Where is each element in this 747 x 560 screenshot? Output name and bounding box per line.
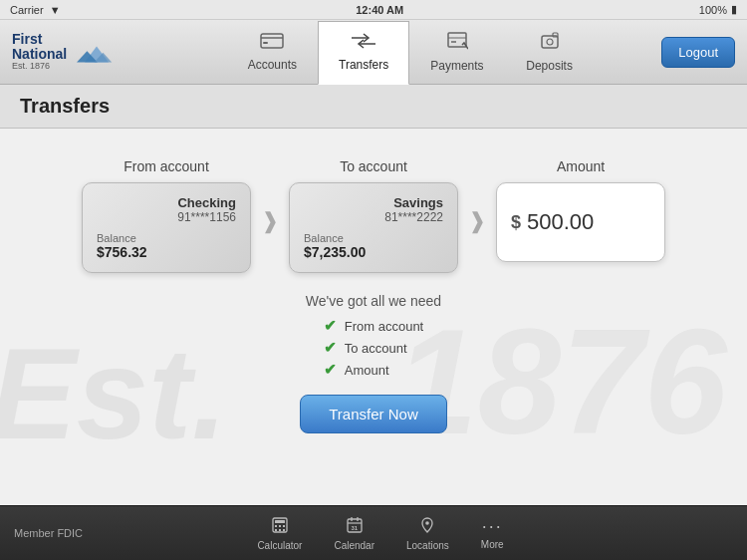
checklist: ✔ From account ✔ To account ✔ Amount — [324, 317, 423, 379]
footer-fdic-text: Member FDIC — [0, 527, 197, 539]
from-balance-label: Balance — [97, 232, 236, 244]
status-battery: 100% ▮ — [699, 3, 737, 16]
svg-rect-16 — [275, 525, 277, 527]
main-content: Est. 1876 From account Checking 91****11… — [0, 129, 747, 508]
status-bar: Carrier ▼ 12:40 AM 100% ▮ — [0, 0, 747, 20]
to-balance-value: $7,235.00 — [304, 244, 443, 260]
footer-locations-label: Locations — [406, 540, 449, 551]
svg-rect-5 — [263, 42, 268, 44]
svg-rect-17 — [279, 525, 281, 527]
svg-rect-8 — [448, 33, 466, 47]
checklist-area: We've got all we need ✔ From account ✔ T… — [30, 293, 717, 433]
tab-deposits-label: Deposits — [526, 59, 573, 73]
nav-tabs: Accounts Transfers Payments Deposits — [159, 20, 661, 84]
check-item-to: ✔ To account — [324, 339, 423, 357]
footer-tab-more[interactable]: ··· More — [465, 512, 520, 555]
footer-tab-calendar[interactable]: 31 Calendar — [318, 512, 390, 555]
tab-payments[interactable]: Payments — [409, 20, 504, 84]
checkmark-amount: ✔ — [324, 361, 337, 379]
check-item-amount: ✔ Amount — [324, 361, 423, 379]
wifi-icon: ▼ — [50, 4, 61, 16]
from-account-label: From account — [124, 158, 209, 174]
svg-point-27 — [426, 521, 430, 525]
header: First National Est. 1876 Accounts Transf… — [0, 20, 747, 85]
logo: First National Est. 1876 — [0, 32, 159, 73]
footer-more-label: More — [481, 539, 504, 550]
from-account-section: From account Checking 91****1156 Balance… — [82, 158, 251, 273]
amount-section: Amount $ 500.00 — [496, 158, 665, 262]
svg-point-12 — [547, 39, 553, 45]
to-balance-label: Balance — [304, 232, 443, 244]
more-icon: ··· — [482, 516, 503, 537]
tab-transfers[interactable]: Transfers — [318, 21, 409, 85]
to-account-label: To account — [340, 158, 407, 174]
page-body: Est. 1876 From account Checking 91****11… — [0, 129, 747, 508]
svg-rect-13 — [553, 33, 558, 37]
check-amount-label: Amount — [345, 363, 389, 378]
svg-rect-20 — [279, 529, 281, 531]
svg-rect-15 — [275, 520, 285, 523]
to-account-card[interactable]: Savings 81****2222 Balance $7,235.00 — [289, 182, 458, 273]
to-account-name: Savings — [304, 195, 443, 210]
svg-rect-19 — [275, 529, 277, 531]
calculator-icon — [271, 516, 289, 538]
svg-text:31: 31 — [351, 525, 358, 531]
from-balance-value: $756.32 — [97, 244, 236, 260]
carrier-text: Carrier — [10, 4, 44, 16]
amount-label: Amount — [557, 158, 605, 174]
footer-tab-locations[interactable]: Locations — [390, 512, 465, 555]
page-title-bar: Transfers — [0, 85, 747, 129]
checklist-title: We've got all we need — [306, 293, 441, 309]
to-account-number: 81****2222 — [304, 210, 443, 224]
logo-text: First National Est. 1876 — [12, 32, 67, 73]
logo-first: First — [12, 32, 67, 47]
transfers-icon — [351, 32, 376, 55]
page-title: Transfers — [20, 95, 110, 117]
deposits-icon — [539, 31, 561, 56]
battery-text: 100% — [699, 4, 727, 16]
accounts-icon — [260, 32, 284, 55]
tab-deposits[interactable]: Deposits — [505, 20, 595, 84]
transfer-layout: From account Checking 91****1156 Balance… — [30, 158, 717, 273]
tab-payments-label: Payments — [430, 59, 483, 73]
footer-calculator-label: Calculator — [257, 540, 302, 551]
svg-rect-3 — [261, 34, 283, 48]
status-time: 12:40 AM — [356, 4, 403, 16]
locations-icon — [418, 516, 436, 538]
check-to-label: To account — [345, 341, 407, 356]
footer-tab-calculator[interactable]: Calculator — [241, 512, 318, 555]
logout-button[interactable]: Logout — [661, 37, 735, 68]
from-account-number: 91****1156 — [97, 210, 236, 224]
footer: Member FDIC Calculator 31 Calendar Locat… — [0, 505, 747, 560]
check-item-from: ✔ From account — [324, 317, 423, 335]
arrow-right-icon-2: ❱ — [468, 208, 486, 234]
status-carrier: Carrier ▼ — [10, 4, 61, 16]
transfer-now-button[interactable]: Transfer Now — [300, 395, 446, 433]
footer-calendar-label: Calendar — [334, 540, 374, 551]
tab-accounts[interactable]: Accounts — [227, 20, 318, 84]
dollar-sign: $ — [511, 212, 521, 233]
to-account-section: To account Savings 81****2222 Balance $7… — [289, 158, 458, 273]
from-account-name: Checking — [97, 195, 236, 210]
tab-accounts-label: Accounts — [248, 58, 297, 72]
amount-card[interactable]: $ 500.00 — [496, 182, 665, 262]
checkmark-to: ✔ — [324, 339, 337, 357]
payments-icon — [446, 31, 468, 56]
svg-rect-18 — [283, 525, 285, 527]
arrow-right-icon-1: ❱ — [261, 208, 279, 234]
footer-tabs: Calculator 31 Calendar Locations ··· Mor… — [197, 512, 564, 555]
svg-rect-11 — [542, 36, 558, 48]
amount-value: 500.00 — [527, 209, 594, 235]
checkmark-from: ✔ — [324, 317, 337, 335]
battery-icon: ▮ — [731, 3, 737, 16]
logo-est: Est. 1876 — [12, 62, 67, 72]
logo-mountain-icon — [73, 38, 113, 66]
from-account-card[interactable]: Checking 91****1156 Balance $756.32 — [82, 182, 251, 273]
svg-rect-21 — [283, 529, 285, 531]
tab-transfers-label: Transfers — [339, 58, 388, 72]
check-from-label: From account — [345, 319, 423, 334]
calendar-icon: 31 — [346, 516, 364, 538]
logo-national: National — [12, 47, 67, 62]
